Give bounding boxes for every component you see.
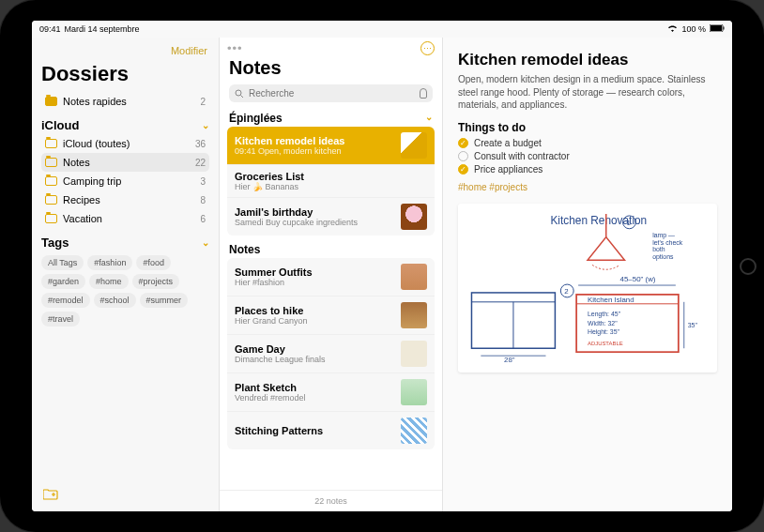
svg-text:2: 2 (564, 286, 568, 295)
chevron-down-icon: ⌄ (202, 237, 209, 248)
search-icon (235, 89, 244, 99)
svg-line-4 (241, 95, 244, 98)
tag-school[interactable]: #school (94, 293, 136, 308)
tag-projects[interactable]: #projects (132, 274, 180, 289)
todo-item[interactable]: Consult with contractor (458, 151, 717, 161)
tag-food[interactable]: #food (136, 255, 171, 270)
sidebar-item-quicknotes[interactable]: Notes rapides 2 (41, 92, 209, 111)
status-bar: 09:41 Mardi 14 septembre 100 % (32, 21, 732, 38)
todo-item[interactable]: Create a budget (458, 138, 717, 148)
svg-text:options: options (652, 253, 674, 261)
chevron-down-icon: ⌄ (425, 112, 433, 125)
note-thumbnail (401, 264, 427, 290)
note-thumbnail (401, 132, 427, 159)
sketch-title-text: Kitchen Renovation (550, 213, 647, 226)
tags-container: All Tags #fashion #food #garden #home #p… (41, 255, 209, 327)
tag-travel[interactable]: #travel (41, 312, 80, 327)
note-item-plant[interactable]: Plant SketchVendredi #remodel (227, 373, 435, 412)
folder-icon (45, 139, 57, 148)
note-thumbnail (401, 379, 427, 405)
mic-icon[interactable] (420, 88, 427, 99)
svg-text:let's check: let's check (652, 238, 683, 245)
tag-fashion[interactable]: #fashion (87, 255, 132, 270)
pinned-header[interactable]: Épinglées⌄ (220, 108, 442, 127)
note-title[interactable]: Kitchen remodel ideas (458, 51, 717, 69)
folder-icon (45, 214, 57, 223)
tag-summer[interactable]: #summer (140, 293, 189, 308)
note-item-stitch[interactable]: Stitching Patterns (227, 412, 435, 449)
notes-count: 22 notes (220, 490, 442, 511)
sidebar-title: Dossiers (41, 62, 209, 86)
sidebar-item-notes[interactable]: Notes22 (41, 153, 209, 172)
note-thumbnail (401, 204, 427, 230)
svg-text:35": 35" (688, 322, 698, 328)
sidebar-item-vacation[interactable]: Vacation6 (41, 209, 209, 228)
todo-item[interactable]: Price appliances (458, 164, 717, 175)
svg-text:both: both (652, 246, 665, 252)
edit-button[interactable]: Modifier (41, 43, 209, 62)
note-item-outfits[interactable]: Summer OutfitsHier #fashion (227, 258, 435, 296)
more-options-button[interactable]: ⋯ (420, 41, 435, 55)
svg-text:Height: 35": Height: 35" (588, 328, 619, 336)
battery-icon (710, 24, 725, 34)
folder-icon (45, 195, 57, 205)
chevron-down-icon: ⌄ (202, 120, 209, 130)
sketch-attachment[interactable]: Kitchen Renovation 1 lamp — let's check … (458, 204, 717, 372)
folder-label: Notes rapides (63, 96, 127, 107)
new-folder-button[interactable] (41, 479, 209, 511)
svg-text:Length: 45": Length: 45" (588, 310, 621, 317)
section-tags[interactable]: Tags ⌄ (41, 236, 209, 250)
svg-text:Width:  32": Width: 32" (588, 319, 618, 326)
svg-rect-1 (711, 25, 722, 31)
tag-home[interactable]: #home (89, 274, 129, 289)
svg-text:ADJUSTABLE: ADJUSTABLE (588, 341, 623, 346)
svg-text:Kitchen Island: Kitchen Island (588, 295, 634, 303)
sidebar-item-camping[interactable]: Camping trip3 (41, 172, 209, 190)
battery-text: 100 % (681, 24, 706, 34)
svg-text:45–50" (w): 45–50" (w) (620, 275, 656, 283)
grabber-icon[interactable]: ••• (227, 41, 243, 55)
notes-list-title: Notes (220, 57, 442, 84)
checkbox-icon[interactable] (458, 151, 468, 161)
sidebar: Modifier Dossiers Notes rapides 2 iCloud… (32, 38, 220, 511)
note-item-gameday[interactable]: Game DayDimanche League finals (227, 335, 435, 373)
note-thumbnail (401, 302, 427, 328)
checkbox-icon[interactable] (458, 138, 468, 148)
note-item-birthday[interactable]: Jamil's birthdaySamedi Buy cupcake ingre… (227, 198, 435, 236)
svg-rect-2 (724, 27, 725, 30)
note-detail-panel: Kitchen remodel ideas Open, modern kitch… (443, 38, 732, 511)
note-item-hike[interactable]: Places to hikeHier Grand Canyon (227, 296, 435, 335)
section-icloud[interactable]: iCloud ⌄ (41, 118, 209, 132)
checkbox-icon[interactable] (458, 164, 468, 175)
note-icon (45, 97, 57, 106)
tag-all[interactable]: All Tags (41, 255, 84, 270)
note-hashtags[interactable]: #home #projects (458, 182, 717, 192)
note-item-groceries[interactable]: Groceries ListHier 🍌 Bananas (227, 165, 435, 198)
note-body[interactable]: Open, modern kitchen design in a medium … (458, 73, 717, 112)
sidebar-item-all[interactable]: iCloud (toutes)36 (41, 134, 209, 153)
folder-icon (45, 158, 57, 167)
svg-point-3 (236, 90, 241, 96)
home-button[interactable] (740, 258, 756, 275)
sidebar-item-recipes[interactable]: Recipes8 (41, 190, 209, 209)
svg-text:lamp —: lamp — (652, 231, 675, 238)
tag-remodel[interactable]: #remodel (41, 293, 90, 308)
folder-icon (45, 176, 57, 186)
wifi-icon (667, 24, 678, 34)
note-item-kitchen[interactable]: Kitchen remodel ideas09:41 Open, modern … (227, 127, 435, 165)
svg-text:1: 1 (627, 218, 631, 226)
note-thumbnail (401, 341, 427, 367)
search-field[interactable] (229, 84, 433, 102)
status-date: Mardi 14 septembre (65, 24, 140, 34)
things-heading[interactable]: Things to do (458, 121, 717, 134)
status-time: 09:41 (39, 24, 61, 34)
svg-text:28": 28" (504, 356, 515, 364)
folder-count: 2 (200, 97, 206, 107)
notes-header[interactable]: Notes (220, 239, 442, 258)
note-thumbnail (401, 418, 427, 444)
tag-garden[interactable]: #garden (41, 274, 85, 289)
notes-list-panel: ••• ⋯ Notes Épinglées⌄ Kitchen remodel i… (220, 38, 443, 511)
search-input[interactable] (249, 88, 415, 99)
